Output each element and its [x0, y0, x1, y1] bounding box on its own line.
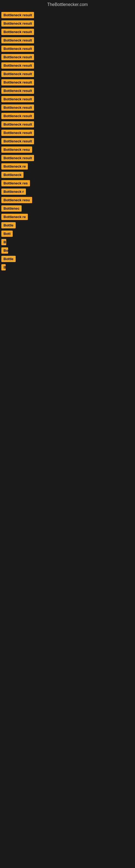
bottleneck-badge[interactable]: Bottle [1, 256, 16, 262]
list-item: Bottleneck result [1, 138, 134, 144]
list-item: Bottleneck result [1, 20, 134, 27]
list-item: Bottleneck [1, 172, 134, 178]
list-item: Bottleneck result [1, 130, 134, 136]
list-item: Bottleneck result [1, 79, 134, 86]
list-item: Bottleneck resu [1, 197, 134, 203]
bottleneck-badge[interactable]: Bottleneck result [1, 20, 34, 27]
list-item: Bottleneck result [1, 104, 134, 111]
list-item: Bottleneck result [1, 37, 134, 43]
bottleneck-badge[interactable]: Bottleneck result [1, 155, 34, 161]
bottleneck-badge[interactable]: B [1, 264, 6, 271]
site-title: TheBottlenecker.com [0, 0, 135, 9]
list-item: Bottleneck result [1, 88, 134, 94]
bottleneck-badge[interactable]: Bottleneck result [1, 29, 34, 35]
bottleneck-badge[interactable]: Bottleneck result [1, 45, 34, 52]
list-item: Bottleneck re [1, 163, 134, 169]
list-item: Bottleneck resu [1, 147, 134, 153]
list-item: Bottleneck result [1, 96, 134, 102]
bottleneck-badge[interactable]: Bottleneck result [1, 138, 34, 144]
list-item: Bottle [1, 256, 134, 262]
list-item: Bott [1, 230, 134, 237]
list-item: Bottleneck r [1, 188, 134, 195]
bottleneck-badge[interactable]: Bottlenec [1, 205, 21, 212]
list-item: Bottleneck result [1, 155, 134, 161]
list-item: Bottleneck re [1, 214, 134, 220]
bottleneck-badge[interactable]: Bottleneck result [1, 62, 34, 69]
list-item: B [1, 239, 134, 245]
bottleneck-badge[interactable]: Bottleneck re [1, 163, 28, 169]
list-item: Bottle [1, 222, 134, 228]
bottleneck-badge[interactable]: Bottle [1, 222, 16, 228]
bottleneck-badge[interactable]: Bottleneck r [1, 188, 26, 195]
bottleneck-badge[interactable]: Bottleneck result [1, 12, 34, 18]
bottleneck-badge[interactable]: Bottleneck res [1, 180, 30, 186]
bottleneck-badge[interactable]: Bottleneck re [1, 214, 28, 220]
list-item: Bottleneck result [1, 62, 134, 69]
list-item: Bottleneck result [1, 54, 134, 60]
bottleneck-badge[interactable]: B [1, 239, 6, 245]
bottleneck-badge[interactable]: Bott [1, 230, 13, 237]
bottleneck-badge[interactable]: Bottleneck result [1, 96, 34, 102]
items-container: Bottleneck resultBottleneck resultBottle… [0, 9, 135, 275]
list-item: Bo [1, 247, 134, 254]
list-item: Bottleneck result [1, 113, 134, 119]
bottleneck-badge[interactable]: Bottleneck result [1, 121, 34, 127]
bottleneck-badge[interactable]: Bottleneck resu [1, 197, 32, 203]
bottleneck-badge[interactable]: Bottleneck result [1, 88, 34, 94]
list-item: Bottlenec [1, 205, 134, 212]
bottleneck-badge[interactable]: Bottleneck result [1, 79, 34, 86]
bottleneck-badge[interactable]: Bottleneck result [1, 71, 34, 77]
bottleneck-badge[interactable]: Bottleneck result [1, 113, 34, 119]
list-item: Bottleneck result [1, 12, 134, 18]
list-item: Bottleneck result [1, 121, 134, 127]
list-item: Bottleneck result [1, 71, 134, 77]
list-item: Bottleneck res [1, 180, 134, 186]
bottleneck-badge[interactable]: Bottleneck [1, 172, 24, 178]
list-item: Bottleneck result [1, 45, 134, 52]
bottleneck-badge[interactable]: Bottleneck result [1, 130, 34, 136]
list-item: B [1, 264, 134, 271]
bottleneck-badge[interactable]: Bottleneck resu [1, 147, 32, 153]
bottleneck-badge[interactable]: Bottleneck result [1, 54, 34, 60]
bottleneck-badge[interactable]: Bottleneck result [1, 37, 34, 43]
bottleneck-badge[interactable]: Bottleneck result [1, 104, 34, 111]
bottleneck-badge[interactable]: Bo [1, 247, 8, 254]
list-item: Bottleneck result [1, 29, 134, 35]
